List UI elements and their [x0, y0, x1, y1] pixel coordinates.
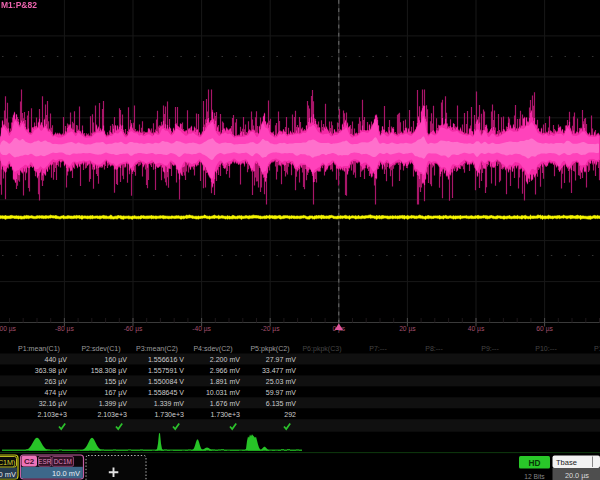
svg-text:1.891 mV: 1.891 mV: [210, 378, 240, 385]
svg-text:P3:mean(C2): P3:mean(C2): [136, 345, 178, 353]
svg-text:33.477 mV: 33.477 mV: [262, 367, 296, 374]
svg-text:263 µV: 263 µV: [45, 378, 68, 386]
svg-text:10.031 mV: 10.031 mV: [206, 389, 240, 396]
svg-text:2.103e+3: 2.103e+3: [37, 411, 67, 418]
svg-text:10.0 mV: 10.0 mV: [52, 469, 80, 478]
svg-text:160 µV: 160 µV: [105, 356, 128, 364]
svg-text:6.135 mV: 6.135 mV: [266, 400, 296, 407]
svg-text:1.730e+3: 1.730e+3: [154, 411, 184, 418]
svg-text:0 mV: 0 mV: [0, 470, 16, 479]
svg-text:P10:---: P10:---: [535, 345, 557, 352]
svg-text:P8:---: P8:---: [425, 345, 443, 352]
svg-text:1.557591 V: 1.557591 V: [148, 367, 184, 374]
svg-text:440 µV: 440 µV: [45, 356, 68, 364]
svg-text:155 µV: 155 µV: [105, 378, 128, 386]
svg-text:1.556616 V: 1.556616 V: [148, 356, 184, 363]
svg-text:59.97 mV: 59.97 mV: [266, 389, 296, 396]
svg-text:P1:mean(C1): P1:mean(C1): [18, 345, 60, 353]
svg-text:1.558645 V: 1.558645 V: [148, 389, 184, 396]
svg-text:P4:sdev(C2): P4:sdev(C2): [193, 345, 232, 353]
svg-text:363.98 µV: 363.98 µV: [35, 367, 68, 375]
svg-text:2.200 mV: 2.200 mV: [210, 356, 240, 363]
svg-text:P9:---: P9:---: [481, 345, 499, 352]
svg-text:C2: C2: [24, 457, 35, 466]
svg-text:Tbase: Tbase: [556, 458, 577, 467]
svg-text:1.399 µV: 1.399 µV: [99, 400, 128, 408]
svg-text:P7:---: P7:---: [369, 345, 387, 352]
svg-text:P6:pkpk(C3): P6:pkpk(C3): [302, 345, 341, 353]
svg-text:1.339 mV: 1.339 mV: [154, 400, 184, 407]
svg-text:-20 µs: -20 µs: [261, 325, 280, 333]
svg-text:2.103e+3: 2.103e+3: [97, 411, 127, 418]
svg-text:2.966 mV: 2.966 mV: [210, 367, 240, 374]
svg-text:1.550084 V: 1.550084 V: [148, 378, 184, 385]
svg-text:P5:pkpk(C2): P5:pkpk(C2): [250, 345, 289, 353]
svg-text:P2:sdev(C1): P2:sdev(C1): [81, 345, 120, 353]
svg-text:292: 292: [284, 411, 296, 418]
svg-text:158.308 µV: 158.308 µV: [91, 367, 127, 375]
svg-text:27.97 mV: 27.97 mV: [266, 356, 296, 363]
svg-text:1.676 mV: 1.676 mV: [210, 400, 240, 407]
svg-text:32.16 µV: 32.16 µV: [39, 400, 68, 408]
svg-text:-40 µs: -40 µs: [192, 325, 211, 333]
svg-text:P11: P11: [594, 345, 600, 352]
svg-text:1.730e+3: 1.730e+3: [210, 411, 240, 418]
svg-text:167 µV: 167 µV: [105, 389, 128, 397]
svg-text:ESR: ESR: [38, 458, 52, 465]
svg-text:-100 µs: -100 µs: [0, 325, 17, 333]
svg-text:-80 µs: -80 µs: [55, 325, 74, 333]
svg-text:M1:P&82: M1:P&82: [1, 0, 37, 10]
svg-text:-60 µs: -60 µs: [124, 325, 143, 333]
svg-text:12 Bits: 12 Bits: [524, 473, 545, 480]
svg-text:25.03 mV: 25.03 mV: [266, 378, 296, 385]
svg-text:20.0 µs: 20.0 µs: [565, 471, 589, 480]
svg-text:60 µs: 60 µs: [536, 325, 553, 333]
svg-text:DC1M: DC1M: [54, 458, 72, 465]
svg-text:HD: HD: [529, 458, 541, 468]
svg-text:DC1M): DC1M): [0, 458, 16, 467]
svg-text:474 µV: 474 µV: [45, 389, 68, 397]
svg-text:20 µs: 20 µs: [399, 325, 416, 333]
svg-text:40 µs: 40 µs: [468, 325, 485, 333]
